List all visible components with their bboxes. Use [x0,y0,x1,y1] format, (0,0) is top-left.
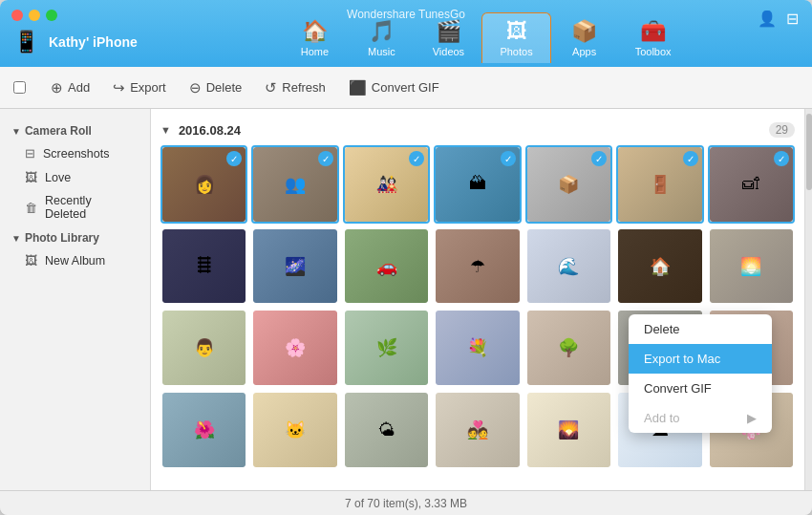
photo-cell-12[interactable]: 🏠 [616,227,703,306]
delete-button[interactable]: ⊖ Delete [178,75,254,101]
photo-cell-17[interactable]: 💐 [434,309,521,387]
select-all-checkbox[interactable] [13,81,26,94]
user-icon[interactable]: 👤 [758,10,777,28]
photo-image-25: 🌄 [527,393,610,467]
convert-gif-button[interactable]: ⬛ Convert GIF [337,75,451,101]
photo-content[interactable]: ▼ 2016.08.24 29 👩 ✓ 👥 [151,109,804,490]
sidebar-item-love[interactable]: 🖼 Love [4,165,146,189]
sidebar-item-recently-deleted[interactable]: 🗑 Recently Deleted [4,189,146,225]
app-window: Wondershare TunesGo 📱 Kathy' iPhone 🏠 Ho… [0,0,812,515]
apps-icon: 📦 [571,19,597,44]
photo-cell-6[interactable]: 🛋 ✓ [708,145,795,224]
photo-image-23: 🌤 [345,393,428,467]
photo-cell-5[interactable]: 🚪 ✓ [616,145,703,224]
device-info: 📱 Kathy' iPhone [0,30,158,54]
photo-cell-1[interactable]: 👥 ✓ [251,145,338,224]
maximize-button[interactable] [46,10,57,21]
sidebar-item-screenshots-label: Screenshots [43,147,109,161]
sidebar-section-camera-roll: ▼ Camera Roll [0,118,150,141]
photo-image-18: 🌳 [527,311,610,385]
context-menu-add-to-arrow-icon: ▶ [747,411,757,425]
photo-cell-24[interactable]: 💑 [434,391,521,469]
context-menu-add-to-label: Add to [644,411,680,425]
status-text: 7 of 70 item(s), 3.33 MB [345,497,467,510]
window-icon[interactable]: ⊟ [786,10,799,28]
nav-bar: 🏠 Home 🎵 Music 🎬 Videos 🖼 Photos 📦 Apps … [158,0,812,67]
photo-image-16: 🌿 [345,311,428,385]
photo-check-5: ✓ [683,151,698,166]
photo-check-3: ✓ [501,151,516,166]
export-icon: ↪ [113,79,125,97]
nav-item-home[interactable]: 🏠 Home [281,13,348,63]
toolbox-icon: 🧰 [640,19,666,44]
add-button[interactable]: ⊕ Add [39,75,101,101]
photo-cell-14[interactable]: 👨 [160,309,247,387]
minimize-button[interactable] [29,10,40,21]
scrollbar[interactable] [804,109,812,490]
photo-cell-23[interactable]: 🌤 [343,391,430,469]
device-icon: 📱 [13,30,39,54]
date-label: 2016.08.24 [179,123,241,138]
photo-cell-15[interactable]: 🌸 [251,309,338,387]
photo-image-12: 🏠 [618,229,701,304]
photo-check-6: ✓ [774,151,789,166]
title-bar: Wondershare TunesGo 📱 Kathy' iPhone 🏠 Ho… [0,0,812,67]
photo-cell-13[interactable]: 🌅 [708,227,795,306]
music-icon: 🎵 [369,19,395,44]
refresh-icon: ↺ [265,79,277,97]
screenshots-icon: ⊟ [25,146,35,161]
nav-item-photos[interactable]: 🖼 Photos [481,12,550,63]
videos-icon: 🎬 [436,19,461,44]
sidebar-item-screenshots[interactable]: ⊟ Screenshots [4,141,146,165]
status-bar: 7 of 70 item(s), 3.33 MB [0,490,812,515]
new-album-icon: 🖼 [25,253,37,268]
sidebar-item-new-album-label: New Album [45,254,105,268]
photo-image-22: 🐱 [253,393,336,467]
chevron-photo-library-icon: ▼ [11,233,21,244]
nav-label-photos: Photos [500,46,532,57]
photo-image-14: 👨 [162,311,246,385]
close-button[interactable] [11,10,23,21]
photo-cell-7[interactable]: 🛤 [160,227,247,306]
toolbar: ⊕ Add ↪ Export ⊖ Delete ↺ Refresh ⬛ Conv… [0,67,812,109]
photo-image-9: 🚗 [345,229,428,304]
photo-cell-9[interactable]: 🚗 [343,227,430,306]
photo-cell-4[interactable]: 📦 ✓ [525,145,612,224]
nav-item-toolbox[interactable]: 🧰 Toolbox [618,13,689,63]
photo-cell-8[interactable]: 🌌 [251,227,338,306]
delete-icon: ⊖ [189,79,202,97]
gif-icon: ⬛ [349,79,367,97]
context-menu-export-to-mac[interactable]: Export to Mac [629,344,772,374]
nav-item-apps[interactable]: 📦 Apps [551,13,618,63]
photo-cell-0[interactable]: 👩 ✓ [160,145,247,224]
photo-cell-25[interactable]: 🌄 [525,391,612,469]
photo-cell-2[interactable]: 🎎 ✓ [343,145,430,224]
date-header: ▼ 2016.08.24 29 [160,118,795,145]
photo-cell-22[interactable]: 🐱 [251,391,338,469]
photo-image-17: 💐 [436,311,519,385]
context-menu-convert-gif[interactable]: Convert GIF [629,374,772,403]
photo-image-21: 🌺 [162,393,246,467]
context-menu-add-to[interactable]: Add to ▶ [629,403,772,433]
photo-image-15: 🌸 [253,311,336,385]
photo-image-10: ☂ [436,229,519,304]
refresh-button[interactable]: ↺ Refresh [253,75,337,101]
sidebar-section-camera-roll-label: Camera Roll [25,124,92,138]
convert-gif-label: Convert GIF [372,80,439,95]
photo-cell-11[interactable]: 🌊 [525,227,612,306]
photo-cell-16[interactable]: 🌿 [343,309,430,387]
add-label: Add [68,80,90,95]
photo-cell-10[interactable]: ☂ [434,227,521,306]
photo-cell-3[interactable]: 🏔 ✓ [434,145,521,224]
traffic-lights [0,10,57,21]
nav-label-toolbox: Toolbox [635,46,672,57]
sidebar-item-new-album[interactable]: 🖼 New Album [4,248,146,272]
export-button[interactable]: ↪ Export [101,75,178,101]
scrollbar-thumb[interactable] [806,114,812,190]
photo-grid-row-1: 👩 ✓ 👥 ✓ 🎎 ✓ [160,145,795,224]
chevron-camera-roll-icon: ▼ [11,126,21,137]
photo-cell-18[interactable]: 🌳 [525,309,612,387]
photo-cell-21[interactable]: 🌺 [160,391,247,469]
context-menu-delete[interactable]: Delete [629,314,772,344]
export-label: Export [130,80,166,95]
